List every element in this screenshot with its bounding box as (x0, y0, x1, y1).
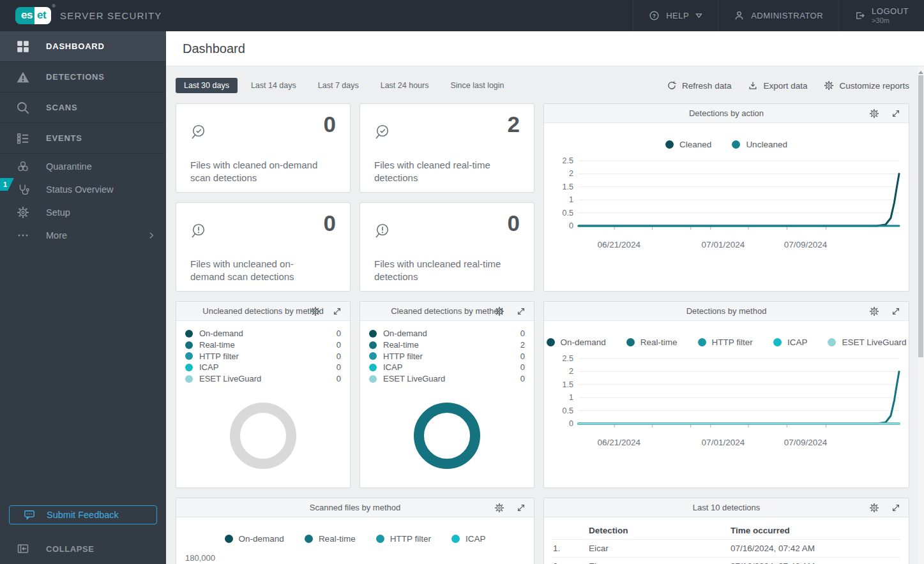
help-circle-icon (649, 10, 660, 21)
method-legend-rows: On-demand0Real-time2HTTP filter0ICAP0ESE… (360, 321, 534, 384)
customize-reports-button[interactable]: Customize reports (824, 80, 909, 91)
legend-item: On-demand (547, 338, 606, 347)
card-label: Files with uncleaned real-time detection… (374, 258, 503, 284)
sidebar-item-events[interactable]: EVENTS (0, 123, 166, 154)
registered-mark: ® (52, 3, 56, 9)
logout-button[interactable]: LOGOUT >30m (838, 0, 924, 31)
detections-by-action-chart: 00.511.522.506/21/202407/01/202407/09/20… (549, 154, 904, 256)
grid-icon (0, 40, 46, 54)
panel-uncleaned-detections-by-method: Uncleaned detections by method On-demand… (176, 301, 351, 488)
person-icon (734, 10, 745, 21)
sidebar-item-label: SCANS (46, 103, 78, 112)
detection-row[interactable]: 2.Eicar07/16/2024, 07:42 AM (552, 558, 901, 564)
svg-text:07/01/2024: 07/01/2024 (701, 240, 745, 249)
page-title: Dashboard (183, 41, 245, 56)
expand-icon[interactable] (332, 306, 342, 316)
svg-text:0.5: 0.5 (562, 406, 573, 415)
gear-icon (824, 80, 834, 91)
gear-icon[interactable] (310, 306, 321, 316)
card-cleaned-real-time: 2 Files with cleaned real-time detection… (360, 103, 534, 193)
top-bar: es et ® SERVER SECURITY HELP ADMINISTRAT… (0, 0, 924, 31)
feedback-bubble-icon (24, 509, 35, 521)
submit-feedback-label: Submit Feedback (47, 510, 119, 520)
svg-text:2.5: 2.5 (562, 156, 573, 165)
collapse-label: COLLAPSE (46, 544, 95, 554)
legend-item: On-demand (225, 534, 284, 544)
refresh-icon (667, 80, 677, 91)
brand: es et ® SERVER SECURITY (15, 0, 162, 31)
method-row: ESET LiveGuard0 (185, 373, 341, 385)
sidebar-item-detections[interactable]: DETECTIONS (0, 62, 166, 93)
tab-last-14-days[interactable]: Last 14 days (243, 78, 305, 93)
sidebar-item-quarantine[interactable]: Quarantine (0, 155, 166, 178)
sidebar-item-label: Status Overview (46, 184, 114, 195)
method-row: ICAP0 (369, 362, 525, 373)
product-name: SERVER SECURITY (60, 10, 162, 21)
card-cleaned-on-demand: 0 Files with cleaned on-demand scan dete… (176, 103, 351, 193)
sidebar-item-setup[interactable]: Setup (0, 201, 166, 224)
method-row: HTTP filter0 (369, 350, 525, 362)
legend-item: Cleaned (665, 140, 711, 149)
sidebar: DASHBOARD DETECTIONS SCANS EVENTS Quaran… (0, 31, 166, 564)
panel-cleaned-detections-by-method: Cleaned detections by method On-demand0R… (360, 301, 534, 488)
panel-scanned-files-by-method: Scanned files by method On-demandReal-ti… (176, 498, 534, 564)
gear-icon[interactable] (494, 306, 504, 316)
user-menu[interactable]: ADMINISTRATOR (718, 0, 838, 31)
sidebar-item-scans[interactable]: SCANS (0, 93, 166, 123)
detection-row[interactable]: 1.Eicar07/16/2024, 07:42 AM (552, 540, 901, 558)
expand-icon[interactable] (516, 503, 526, 513)
svg-text:0.5: 0.5 (562, 209, 573, 218)
card-uncleaned-real-time: 0 Files with uncleaned real-time detecti… (360, 202, 534, 292)
export-data-button[interactable]: Export data (748, 80, 807, 91)
card-uncleaned-on-demand: 0 Files with uncleaned on-demand scan de… (176, 202, 351, 292)
submit-feedback-button[interactable]: Submit Feedback (9, 505, 157, 524)
help-label: HELP (666, 11, 689, 20)
cleaned-donut-chart (414, 403, 480, 469)
eset-logo: es et ® (15, 7, 51, 24)
expand-icon[interactable] (891, 503, 901, 513)
panel-title: Uncleaned detections by method (202, 306, 323, 316)
legend-item: HTTP filter (698, 338, 753, 347)
help-menu[interactable]: HELP (633, 0, 718, 31)
expand-icon[interactable] (516, 306, 526, 316)
legend-item: HTTP filter (376, 534, 431, 544)
sidebar-item-more[interactable]: More (0, 224, 166, 247)
tab-last-7-days[interactable]: Last 7 days (310, 78, 367, 93)
tab-last-30-days[interactable]: Last 30 days (176, 78, 238, 93)
legend-item: Real-time (305, 534, 356, 544)
gear-icon[interactable] (869, 306, 879, 316)
gear-icon[interactable] (869, 108, 879, 119)
uncleaned-donut-chart (230, 403, 296, 469)
svg-text:2.5: 2.5 (562, 354, 573, 363)
card-value: 2 (508, 112, 520, 137)
method-legend-rows: On-demand0Real-time0HTTP filter0ICAP0ESE… (176, 321, 350, 384)
logo-text-right: et (34, 7, 51, 24)
panel-last-10-detections: Last 10 detections Detection Time occurr… (543, 498, 909, 564)
table-header: Detection Time occurred (552, 521, 901, 540)
sidebar-item-status-overview[interactable]: 1 Status Overview (0, 178, 166, 201)
method-row: HTTP filter0 (185, 350, 341, 362)
sidebar-item-label: Setup (46, 207, 70, 218)
dashboard-scroll-area: Last 30 days Last 14 days Last 7 days La… (166, 66, 918, 564)
tab-last-24-hours[interactable]: Last 24 hours (372, 78, 437, 93)
tab-since-last-login[interactable]: Since last login (442, 78, 512, 93)
scan-clean-icon (190, 123, 209, 142)
refresh-data-button[interactable]: Refresh data (667, 80, 731, 91)
sidebar-item-dashboard[interactable]: DASHBOARD (0, 31, 166, 62)
scroll-up-arrow[interactable] (918, 70, 923, 75)
method-row: ICAP0 (185, 362, 341, 373)
legend-item: ICAP (451, 534, 486, 544)
panel-title: Cleaned detections by method (391, 306, 503, 316)
expand-icon[interactable] (891, 306, 901, 316)
chart-legend: CleanedUncleaned (544, 140, 909, 149)
panel-title: Last 10 detections (693, 503, 761, 512)
gear-icon[interactable] (494, 503, 504, 513)
search-icon (0, 101, 46, 115)
gear-icon[interactable] (869, 503, 879, 513)
method-row: Real-time0 (185, 339, 341, 351)
legend-item: Uncleaned (732, 140, 787, 149)
collapse-button[interactable]: COLLAPSE (0, 535, 166, 563)
scrollbar-thumb[interactable] (918, 75, 923, 357)
chart-legend: On-demandReal-timeHTTP filterICAPESET Li… (544, 338, 909, 347)
expand-icon[interactable] (891, 108, 901, 119)
